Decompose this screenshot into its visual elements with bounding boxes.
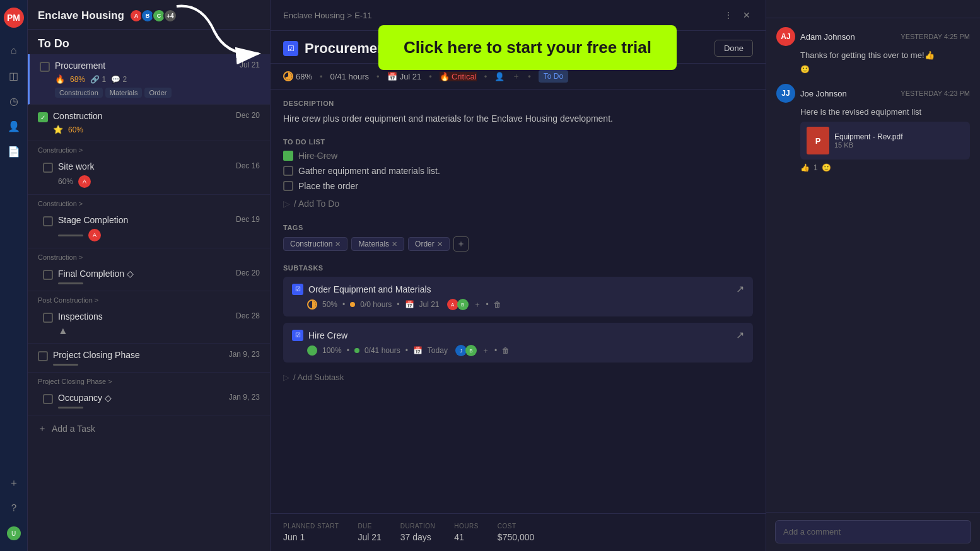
meta-status[interactable]: To Do [539,70,568,83]
task-checkbox-6[interactable] [43,313,53,323]
task-item-procurement[interactable]: Procurement Jul 21 🔥 68% 🔗 1 💬 2 Constru… [28,54,270,105]
tag-add-button[interactable]: ＋ [453,236,469,252]
description-section: DESCRIPTION Hire crew plus order equipme… [283,100,753,125]
subtask-delete-1[interactable]: 🗑 [494,300,501,309]
done-button[interactable]: Done [715,40,753,57]
task-checkbox-2[interactable]: ✓ [38,112,48,122]
file-icon-pdf: P [807,127,829,154]
task-item-construction[interactable]: ✓ Construction Dec 20 ⭐ 60% [28,105,270,141]
hours-value: 41 [454,532,479,542]
comment-header-1: AJ Adam Johnson YESTERDAY 4:25 PM [776,27,970,46]
project-title-text: Enclave Housing [38,9,124,22]
nav-help-icon[interactable]: ？ [4,498,24,518]
comment-reactions-2: 👍 1 🙂 [800,163,970,172]
column-label: To Do [28,30,270,54]
assign-icon: 👤 [494,72,505,81]
task-name-5: Final Completion ◇ [58,269,231,279]
subtask-title-1: Order Equipment and Materials [308,284,731,294]
subtask-add-assign-1[interactable]: ＋ [474,299,481,310]
tag-construction-pill: Construction ✕ [283,237,347,251]
project-title-row: Enclave Housing A B C +4 [38,9,260,23]
status-badge: To Do [539,70,568,83]
todo-item-3: Place the order [283,181,753,191]
add-task-row[interactable]: ＋ Add a Task [28,415,270,442]
header-actions: ⋮ ✕ [721,9,753,21]
subtask-dot-2 [354,348,359,353]
task-checkbox-3[interactable] [43,163,53,173]
tag-materials-remove[interactable]: ✕ [392,240,397,248]
comment-item-1: AJ Adam Johnson YESTERDAY 4:25 PM Thanks… [776,27,970,74]
task-item-project-closing[interactable]: Project Closing Phase Jan 9, 23 [28,344,270,373]
comment-time-1: YESTERDAY 4:25 PM [901,33,970,40]
task-checkbox-7[interactable] [38,351,48,361]
emoji-react-icon[interactable]: 🙂 [800,65,810,74]
emoji-react-icon-2[interactable]: 🙂 [822,163,831,172]
task-name-6: Inspections [58,311,231,322]
subtask-delete-2[interactable]: 🗑 [502,346,510,355]
cta-button[interactable]: Click here to start your free trial [378,25,677,70]
task-item-occupancy[interactable]: Occupancy ◇ Jan 9, 23 [28,386,270,415]
duration-label: DURATION [400,523,435,530]
planned-start-label: PLANNED START [283,523,339,530]
nav-clock-icon[interactable]: ◷ [4,91,24,111]
task-type-icon: ☑ [283,41,298,56]
nav-add-icon[interactable]: ＋ [4,473,24,493]
meta-date-value: Jul 21 [400,72,422,81]
todo-check-1[interactable] [283,151,293,161]
task-checkbox-4[interactable] [43,216,53,226]
add-todo-icon: ▷ [283,199,290,209]
task-item-final-completion[interactable]: Final Completion ◇ Dec 20 [28,262,270,291]
tag-order-remove[interactable]: ✕ [437,240,443,248]
add-subtask-label: / Add Subtask [293,373,344,382]
task-bar-8 [58,407,83,409]
comment-attachment-2[interactable]: P Equipment - Rev.pdf 15 KB [800,122,970,160]
todo-item-2: Gather equipment and materials list. [283,166,753,176]
nav-inbox-icon[interactable]: ◫ [4,66,24,86]
breadcrumb-project: Enclave Housing [283,11,345,20]
more-options-button[interactable]: ⋮ [721,9,735,21]
task-checkbox-5[interactable] [43,270,53,280]
todo-check-3[interactable] [283,181,293,191]
nav-home-icon[interactable]: ⌂ [4,40,24,61]
subtask-date-2: Today [428,346,448,355]
close-button[interactable]: ✕ [740,9,753,21]
tag-order-pill: Order ✕ [408,237,450,251]
task-avatar-3: A [78,175,91,188]
subtask-date-1: Jul 21 [419,300,440,309]
task-progress-2: 60% [68,125,83,134]
comment-input[interactable] [775,520,971,543]
todo-check-2[interactable] [283,166,293,176]
nav-user-icon[interactable]: U [4,523,24,543]
thumbs-up-icon[interactable]: 👍 [800,163,810,172]
subtask-external-1[interactable]: ↗ [736,283,744,295]
subtask-add-assign-2[interactable]: ＋ [482,345,489,356]
tag-construction-remove[interactable]: ✕ [335,240,341,248]
meta-priority: 🔥 Critical [440,72,477,81]
subtask-meta-1: 50% • 0/0 hours • 📅 Jul 21 A B ＋ • � [307,299,744,310]
subtask-item-2[interactable]: ☑ Hire Crew ↗ 100% • 0/41 hours • 📅 [283,323,753,362]
subtask-item-1[interactable]: ☑ Order Equipment and Materials ↗ 50% • … [283,277,753,316]
subtask-dot-1 [350,302,355,307]
comment-header-2: JJ Joe Johnson YESTERDAY 4:23 PM [776,84,970,103]
task-name-8: Occupancy ◇ [58,393,224,403]
tags-label: TAGS [283,224,753,231]
task-item-stage-completion[interactable]: Stage Completion Dec 19 A [28,209,270,248]
add-todo-button[interactable]: ▷ / Add To Do [283,196,753,211]
task-name-1: Procurement [55,61,235,71]
meta-add-assign[interactable]: ＋ [512,71,520,82]
task-item-sitework[interactable]: Site work Dec 16 60% A [28,155,270,195]
task-date-3: Dec 16 [236,161,260,170]
subtask-meta-2: 100% • 0/41 hours • 📅 Today J B ＋ • [307,345,744,356]
task-item-inspections[interactable]: Inspections Dec 28 ▲ [28,305,270,344]
add-subtask-button[interactable]: ▷ / Add Subtask [283,369,753,386]
add-todo-label: / Add To Do [294,199,339,209]
add-subtask-icon: ▷ [283,373,289,382]
nav-docs-icon[interactable]: 📄 [4,141,24,161]
meta-progress: 68% [283,71,312,81]
subtask-external-2[interactable]: ↗ [736,329,744,341]
task-checkbox-1[interactable] [40,62,50,72]
task-checkbox-8[interactable] [43,394,53,404]
todo-text-3: Place the order [298,181,358,191]
cost-label: COST [498,523,534,530]
nav-people-icon[interactable]: 👤 [4,116,24,136]
